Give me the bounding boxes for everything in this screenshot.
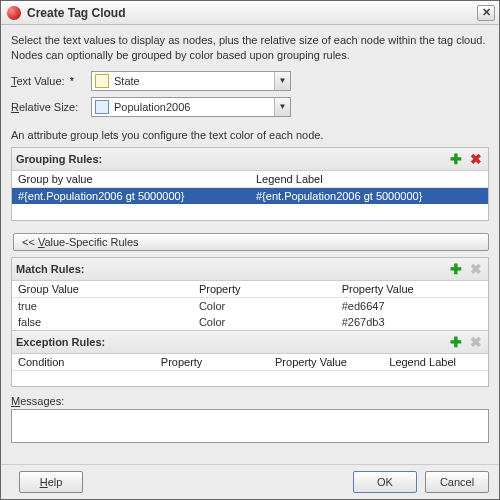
table-header-row: Group by value Legend Label	[12, 171, 488, 188]
grouping-header: Grouping Rules: ✚ ✖	[12, 148, 488, 171]
messages-label: Messages:	[11, 395, 489, 407]
app-icon	[7, 6, 21, 20]
col-property: Property	[155, 354, 269, 371]
relative-size-label: Relative Size:	[11, 101, 91, 113]
cell-group-by: #{ent.Population2006 gt 5000000}	[12, 187, 250, 204]
chevron-down-icon[interactable]: ▼	[274, 72, 290, 90]
close-button[interactable]: ✕	[477, 5, 495, 21]
match-table: Group Value Property Property Value true…	[12, 281, 488, 330]
cell-pv: #267db3	[336, 314, 488, 330]
titlebar: Create Tag Cloud ✕	[1, 1, 499, 25]
exception-title: Exception Rules:	[16, 336, 444, 348]
grouping-delete-button[interactable]: ✖	[468, 151, 484, 167]
text-value: State	[112, 75, 274, 87]
col-property: Property	[193, 281, 336, 298]
text-field-icon	[95, 74, 109, 88]
cancel-button[interactable]: Cancel	[425, 471, 489, 493]
messages-box[interactable]	[11, 409, 489, 443]
text-value-label: Text Value: *	[11, 75, 91, 87]
col-property-value: Property Value	[336, 281, 488, 298]
exception-add-button[interactable]: ✚	[448, 334, 464, 350]
grouping-title: Grouping Rules:	[16, 153, 444, 165]
match-header: Match Rules: ✚ ✖	[12, 258, 488, 281]
cell-legend: #{ent.Population2006 gt 5000000}	[250, 187, 488, 204]
window-title: Create Tag Cloud	[27, 6, 477, 20]
match-add-button[interactable]: ✚	[448, 261, 464, 277]
empty-space	[12, 204, 488, 220]
help-button[interactable]: Help	[19, 471, 83, 493]
table-header-row: Group Value Property Property Value	[12, 281, 488, 298]
grouping-panel: Grouping Rules: ✚ ✖ Group by value Legen…	[11, 147, 489, 221]
relative-size-row: Relative Size: Population2006 ▼	[11, 97, 489, 117]
match-title: Match Rules:	[16, 263, 444, 275]
intro-text: Select the text values to display as nod…	[11, 33, 489, 63]
grouping-table: Group by value Legend Label #{ent.Popula…	[12, 171, 488, 220]
table-row[interactable]: true Color #ed6647	[12, 297, 488, 314]
cell-pv: #ed6647	[336, 297, 488, 314]
cell-gv: false	[12, 314, 193, 330]
table-header-row: Condition Property Property Value Legend…	[12, 354, 488, 371]
col-property-value: Property Value	[269, 354, 383, 371]
col-condition: Condition	[12, 354, 155, 371]
relative-size-value: Population2006	[112, 101, 274, 113]
exception-header: Exception Rules: ✚ ✖	[12, 330, 488, 354]
empty-space	[12, 370, 488, 386]
cell-prop: Color	[193, 297, 336, 314]
number-field-icon	[95, 100, 109, 114]
match-delete-button[interactable]: ✖	[468, 261, 484, 277]
text-value-row: Text Value: * State ▼	[11, 71, 489, 91]
match-panel: Match Rules: ✚ ✖ Group Value Property Pr…	[11, 257, 489, 388]
table-row[interactable]: false Color #267db3	[12, 314, 488, 330]
exception-delete-button[interactable]: ✖	[468, 334, 484, 350]
text-value-combo[interactable]: State ▼	[91, 71, 291, 91]
grouping-add-button[interactable]: ✚	[448, 151, 464, 167]
col-group-by: Group by value	[12, 171, 250, 188]
cell-gv: true	[12, 297, 193, 314]
col-legend: Legend Label	[250, 171, 488, 188]
col-legend: Legend Label	[383, 354, 488, 371]
col-group-value: Group Value	[12, 281, 193, 298]
button-bar: Help OK Cancel	[1, 464, 499, 499]
attribute-note: An attribute group lets you configure th…	[11, 129, 489, 141]
exception-table: Condition Property Property Value Legend…	[12, 354, 488, 387]
chevron-down-icon[interactable]: ▼	[274, 98, 290, 116]
cell-prop: Color	[193, 314, 336, 330]
table-row[interactable]: #{ent.Population2006 gt 5000000} #{ent.P…	[12, 187, 488, 204]
content-area: Select the text values to display as nod…	[1, 25, 499, 464]
value-specific-rules-button[interactable]: << Value-Specific Rules	[13, 233, 489, 251]
relative-size-combo[interactable]: Population2006 ▼	[91, 97, 291, 117]
dialog: Create Tag Cloud ✕ Select the text value…	[0, 0, 500, 500]
ok-button[interactable]: OK	[353, 471, 417, 493]
